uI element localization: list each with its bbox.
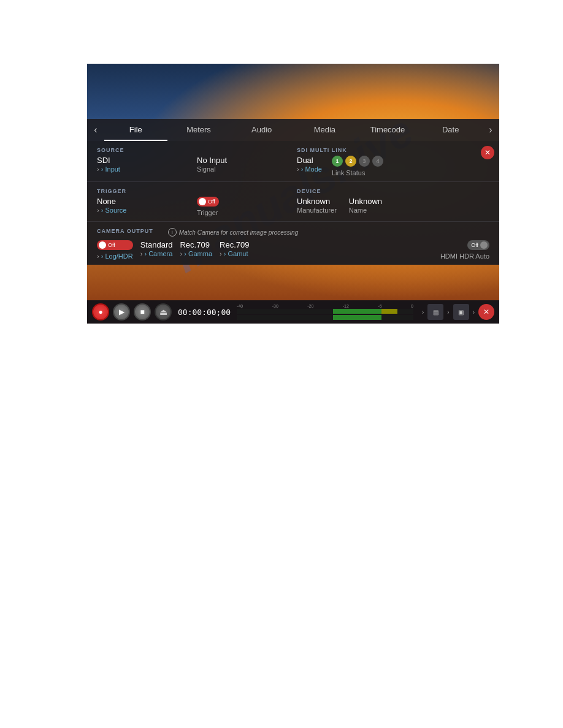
- nav-bar: ‹ File Meters Audio Media Timecode Date …: [87, 119, 499, 141]
- nav-tabs: File Meters Audio Media Timecode Date: [104, 119, 482, 141]
- meter2-seg-3: [333, 315, 365, 320]
- meter-seg-3: [333, 309, 365, 314]
- info-icon: i: [168, 228, 177, 237]
- gamut-sub[interactable]: › Gamut: [220, 250, 249, 257]
- tab-timecode[interactable]: Timecode: [356, 119, 419, 141]
- nav-prev-arrow[interactable]: ‹: [87, 119, 104, 141]
- source-input-sub[interactable]: › Input: [97, 165, 190, 173]
- link-dot-1: 1: [332, 156, 343, 167]
- stop-button[interactable]: ■: [134, 303, 151, 320]
- nav-next-arrow[interactable]: ›: [482, 119, 499, 141]
- trigger-row: TRIGGER None › Source Off Trigger DEVICE…: [87, 182, 499, 222]
- tab-file[interactable]: File: [104, 119, 167, 141]
- device-name-sub: Name: [349, 207, 382, 214]
- device-manufacturer-col: Unknown Manufacturer: [297, 197, 337, 214]
- gamma-sub[interactable]: › Gamma: [180, 250, 212, 257]
- monitor-arrow: ›: [473, 309, 475, 316]
- link-status-col: 1 2 3 4 Link Status: [332, 156, 383, 176]
- meter-label-2: -30: [272, 304, 278, 308]
- camera-output-row: CAMERA OUTPUT i Match Camera for correct…: [87, 222, 499, 265]
- trigger-toggle[interactable]: Off: [197, 197, 219, 207]
- meter2-seg-5: [381, 315, 397, 320]
- link-dots: 1 2 3 4: [332, 156, 383, 167]
- tab-audio[interactable]: Audio: [230, 119, 293, 141]
- ui-panel: ‹ File Meters Audio Media Timecode Date …: [87, 64, 499, 324]
- toggle-circle: [199, 198, 206, 205]
- signal-value: No Input: [197, 156, 289, 165]
- record-icon: ●: [98, 308, 102, 316]
- folder-button[interactable]: ▤: [427, 304, 443, 320]
- source-section: SOURCE SDI › Input: [97, 147, 197, 176]
- meter2-seg-6: [397, 315, 413, 320]
- device-manufacturer-sub: Manufacturer: [297, 207, 337, 214]
- transport-right-controls: ›: [422, 309, 424, 316]
- skip-icon: ⏏: [159, 307, 167, 317]
- hdmi-label: HDMI HDR Auto: [440, 252, 489, 260]
- meter-label-4: -12: [343, 304, 349, 308]
- match-camera-row: i Match Camera for correct image process…: [168, 228, 299, 237]
- device-label: DEVICE: [297, 188, 482, 194]
- sdi-mode-sub[interactable]: › Mode: [297, 165, 322, 173]
- hdmi-toggle-label: Off: [471, 242, 478, 248]
- monitor-button[interactable]: ▣: [453, 304, 469, 320]
- sdi-multi-section: SDI MULTI LINK Dual › Mode 1 2 3 4 Link: [297, 147, 489, 176]
- trigger-section: TRIGGER None › Source: [97, 188, 197, 216]
- meter2-seg-4: [365, 315, 381, 320]
- trigger-none: None: [97, 197, 190, 206]
- meter-seg-6: [397, 309, 413, 314]
- camera-sub[interactable]: › Camera: [140, 250, 173, 257]
- transport-bar: ● ▶ ■ ⏏ 00:00:00;00 -40 -30 -20 -12 -6 0: [87, 300, 499, 324]
- dropdown-panel: ✕ SOURCE SDI › Input No Input Signal SDI…: [87, 141, 499, 265]
- link-status-label: Link Status: [332, 169, 383, 176]
- tab-meters[interactable]: Meters: [167, 119, 231, 141]
- tab-date[interactable]: Date: [419, 119, 482, 141]
- close-button[interactable]: ✕: [481, 146, 494, 159]
- meter2-seg-1: [237, 315, 285, 320]
- log-hdr-sub[interactable]: › Log/HDR: [97, 252, 133, 260]
- meter-seg-4: [365, 309, 381, 314]
- gamma-col: Rec.709 › Gamma: [180, 240, 212, 257]
- signal-section: No Input Signal: [197, 147, 297, 176]
- meter-label-3: -20: [307, 304, 313, 308]
- camera-output-toggle[interactable]: Off: [97, 240, 133, 250]
- skip-button[interactable]: ⏏: [155, 303, 172, 320]
- meter-label-1: -40: [237, 304, 243, 308]
- standard-col: Standard › Camera: [140, 240, 173, 257]
- monitor-icon: ▣: [458, 309, 464, 316]
- meter-label-5: -6: [378, 304, 381, 308]
- folder-arrow: ›: [447, 309, 449, 316]
- transport-close-button[interactable]: ✕: [478, 304, 494, 320]
- folder-icon: ▤: [433, 309, 439, 316]
- trigger-label: TRIGGER: [97, 188, 190, 194]
- meter-seg-2: [285, 309, 334, 314]
- sdi-mode-value: Dual: [297, 156, 322, 165]
- camera-output-controls: Off › Log/HDR Standard › Camera Rec.709 …: [97, 240, 489, 260]
- audio-meter-bar-2: [237, 315, 413, 320]
- meter2-seg-2: [285, 315, 334, 320]
- source-type: SDI: [97, 156, 190, 165]
- audio-meter-bar: [237, 309, 413, 314]
- camera-output-header: CAMERA OUTPUT i Match Camera for correct…: [97, 228, 489, 237]
- link-dot-3: 3: [359, 156, 370, 167]
- play-button[interactable]: ▶: [113, 303, 130, 320]
- device-manufacturer: Unknown: [297, 197, 337, 206]
- audio-meter-area: -40 -30 -20 -12 -6 0: [237, 304, 413, 320]
- transport-close-icon: ✕: [483, 308, 489, 316]
- meter-seg-1: [237, 309, 285, 314]
- record-button[interactable]: ●: [92, 303, 109, 320]
- meter-seg-5: [381, 309, 397, 314]
- trigger-sub: Trigger: [197, 209, 289, 216]
- tab-media[interactable]: Media: [293, 119, 356, 141]
- timecode-display: 00:00:00;00: [178, 308, 231, 317]
- source-label: SOURCE: [97, 147, 190, 153]
- stop-icon: ■: [140, 308, 144, 316]
- hdmi-toggle[interactable]: Off: [467, 240, 489, 250]
- link-dot-4: 4: [372, 156, 383, 167]
- sdi-mode-col: Dual › Mode: [297, 156, 322, 173]
- standard-value: Standard: [140, 240, 173, 249]
- toggle-off-label: Off: [208, 199, 215, 205]
- play-icon: ▶: [119, 308, 124, 316]
- source-row: SOURCE SDI › Input No Input Signal SDI M…: [87, 141, 499, 182]
- hdmi-toggle-circle: [480, 241, 488, 249]
- trigger-source-sub[interactable]: › Source: [97, 207, 190, 214]
